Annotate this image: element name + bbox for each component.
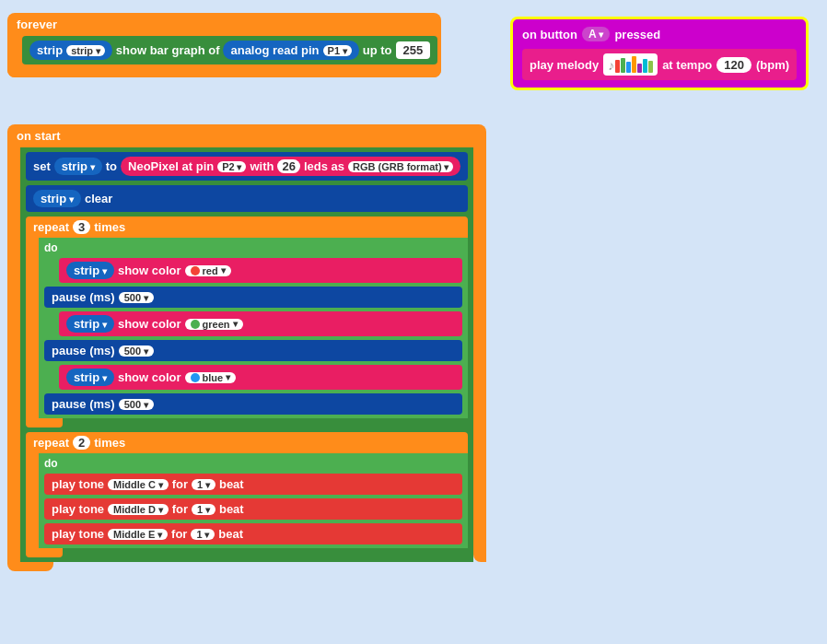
beat-d-dropdown[interactable]: 1: [192, 504, 215, 515]
pause-500-2-block[interactable]: pause (ms) 500: [44, 340, 462, 361]
beat-c-dropdown[interactable]: 1: [192, 479, 215, 490]
show-color-blue-label: show color: [118, 370, 181, 384]
color-green-dropdown[interactable]: green: [185, 319, 243, 330]
beat-c-label: beat: [219, 477, 244, 491]
show-color-red-label: show color: [118, 263, 181, 277]
for-d-label: for: [172, 502, 188, 516]
show-color-red-block[interactable]: strip show color red: [59, 258, 462, 283]
forever-label: forever: [7, 13, 441, 36]
on-start-label: on start: [7, 124, 486, 147]
tempo-value[interactable]: 120: [716, 57, 751, 73]
repeat-3-header: repeat 3 times: [26, 217, 468, 238]
play-tone-e-label: play tone: [52, 527, 104, 541]
beat-e-label: beat: [218, 527, 243, 541]
play-tone-c-label: play tone: [52, 477, 104, 491]
strip-clear-block[interactable]: strip clear: [26, 185, 468, 212]
up-to-label: up to: [363, 43, 392, 57]
show-bar-label: show bar graph of: [116, 43, 220, 57]
pin-p2-dropdown[interactable]: P2: [217, 161, 246, 172]
to-label: to: [106, 159, 117, 173]
times-label-2: times: [94, 436, 125, 450]
with-label: with: [250, 159, 274, 173]
strip-show-green-dropdown[interactable]: strip: [66, 315, 114, 333]
pause-500-2-dropdown[interactable]: 500: [119, 345, 154, 357]
forever-block: forever strip strip show bar graph of an…: [7, 13, 441, 77]
neopixel-block[interactable]: NeoPixel at pin P2 with 26 leds as RGB (…: [121, 157, 460, 176]
melody-keys-visual[interactable]: ♪: [603, 53, 658, 76]
repeat-count-2[interactable]: 2: [73, 436, 90, 450]
strip-var-dropdown[interactable]: strip: [54, 158, 102, 175]
do-label-2: do: [44, 457, 462, 470]
for-e-label: for: [171, 527, 187, 541]
analog-label: analog read pin: [230, 43, 319, 57]
strip-clear-dropdown[interactable]: strip: [33, 190, 81, 207]
pause-ms-label-2: pause (ms): [52, 344, 115, 357]
show-color-blue-block[interactable]: strip show color blue: [59, 365, 462, 390]
play-tone-d-label: play tone: [52, 502, 104, 516]
set-strip-block[interactable]: set strip to NeoPixel at pin P2 with 26 …: [26, 152, 468, 181]
show-color-green-block[interactable]: strip show color green: [59, 311, 462, 336]
pause-ms-label-1: pause (ms): [52, 290, 115, 304]
leds-count[interactable]: 26: [277, 159, 299, 173]
at-tempo-label: at tempo: [662, 58, 712, 72]
beat-d-label: beat: [219, 502, 244, 516]
on-button-header: on button A pressed: [522, 27, 797, 41]
beat-e-dropdown[interactable]: 1: [191, 529, 215, 540]
play-tone-d-block[interactable]: play tone Middle D for 1 beat: [44, 498, 462, 520]
strip-label-forever: strip: [37, 43, 63, 57]
times-label-3: times: [94, 220, 125, 234]
on-start-block: on start set strip to NeoPixel at pin P2…: [7, 124, 486, 571]
button-a-dropdown[interactable]: A: [582, 27, 610, 41]
analog-read-pin-block[interactable]: analog read pin P1: [223, 41, 358, 60]
strip-show-red-dropdown[interactable]: strip: [66, 262, 114, 279]
pin-p1-dropdown[interactable]: P1: [323, 45, 352, 56]
repeat-2-block: repeat 2 times do play tone Middle C for…: [26, 432, 468, 557]
bpm-label: (bpm): [756, 58, 789, 72]
strip-dropdown-forever[interactable]: strip: [66, 45, 105, 56]
repeat-label-3: repeat: [33, 220, 69, 234]
play-melody-label: play melody: [530, 58, 599, 72]
do-label-3: do: [44, 241, 462, 254]
play-melody-block[interactable]: play melody ♪ at tempo 120 (bpm): [522, 49, 797, 80]
neopixel-label: NeoPixel at pin: [128, 159, 214, 173]
play-tone-c-block[interactable]: play tone Middle C for 1 beat: [44, 474, 462, 495]
music-note-icon: ♪: [608, 58, 614, 73]
pause-ms-label-3: pause (ms): [52, 397, 115, 411]
repeat-2-header: repeat 2 times: [26, 432, 468, 453]
color-red-dropdown[interactable]: red: [185, 265, 231, 276]
strip-show-bar-block[interactable]: strip strip: [29, 41, 112, 60]
up-to-value[interactable]: 255: [396, 41, 431, 59]
pause-500-3-block[interactable]: pause (ms) 500: [44, 393, 462, 415]
format-dropdown[interactable]: RGB (GRB format): [348, 161, 453, 172]
note-d-dropdown[interactable]: Middle D: [108, 504, 169, 515]
set-label: set: [33, 159, 51, 173]
for-c-label: for: [172, 477, 188, 491]
strip-show-blue-dropdown[interactable]: strip: [66, 369, 114, 386]
repeat-count-3[interactable]: 3: [73, 220, 90, 234]
note-e-dropdown[interactable]: Middle E: [108, 529, 168, 540]
pause-500-3-dropdown[interactable]: 500: [119, 399, 154, 410]
on-button-block: on button A pressed play melody ♪ at tem…: [510, 17, 809, 90]
leds-label: leds as: [304, 159, 344, 173]
play-tone-e-block[interactable]: play tone Middle E for 1 beat: [44, 523, 462, 544]
repeat-label-2: repeat: [33, 436, 69, 450]
note-c-dropdown[interactable]: Middle C: [108, 479, 169, 490]
pause-500-1-block[interactable]: pause (ms) 500: [44, 287, 462, 308]
show-color-green-label: show color: [118, 317, 181, 331]
color-blue-dropdown[interactable]: blue: [185, 372, 237, 383]
clear-label: clear: [85, 192, 112, 205]
on-button-label: on button: [522, 28, 577, 41]
pause-500-1-dropdown[interactable]: 500: [119, 292, 154, 303]
repeat-3-block: repeat 3 times do strip show color: [26, 217, 468, 427]
pressed-label: pressed: [614, 28, 660, 41]
